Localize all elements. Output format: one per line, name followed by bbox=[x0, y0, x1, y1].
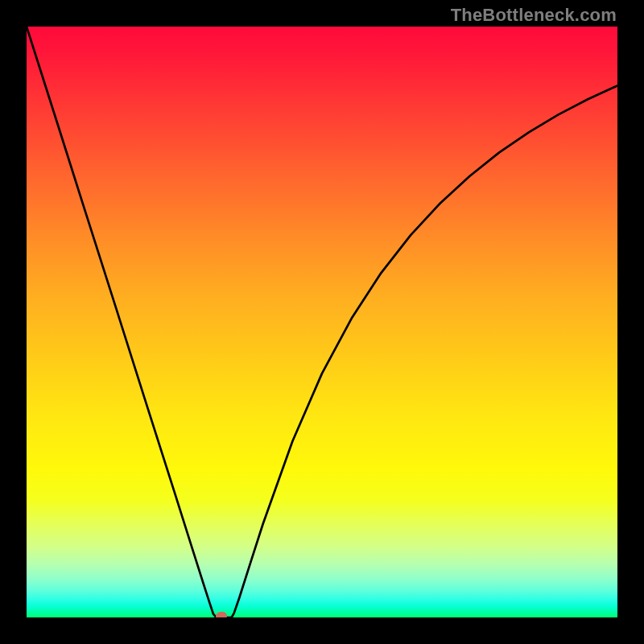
chart-frame: TheBottleneck.com bbox=[0, 0, 644, 644]
bottleneck-curve bbox=[27, 27, 617, 617]
watermark-text: TheBottleneck.com bbox=[451, 5, 617, 26]
optimum-marker bbox=[216, 612, 228, 617]
plot-area bbox=[27, 27, 617, 617]
curve-path bbox=[27, 27, 617, 617]
